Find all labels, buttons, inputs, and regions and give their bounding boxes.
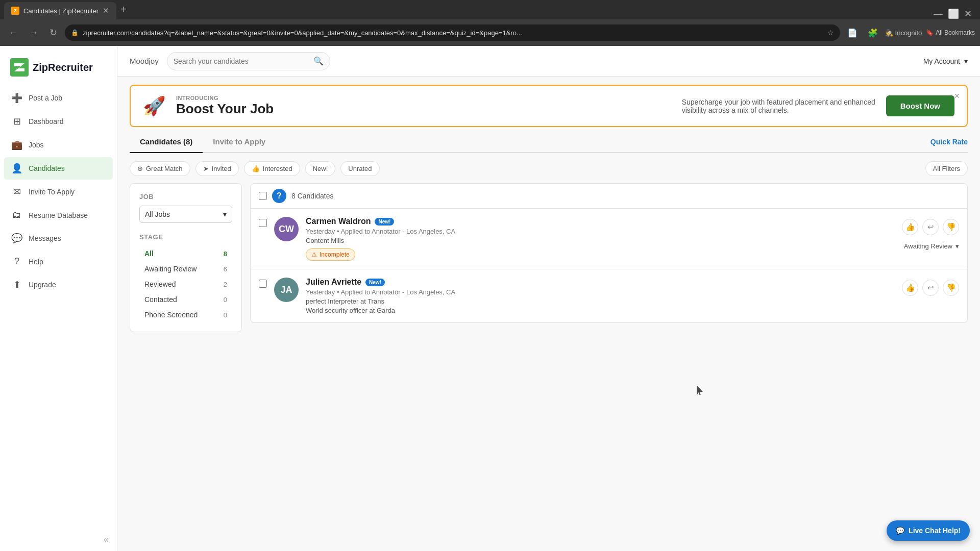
candidate-search-bar[interactable]: 🔍 bbox=[167, 52, 330, 70]
sidebar-item-jobs[interactable]: 💼 Jobs bbox=[4, 134, 113, 156]
boost-now-button[interactable]: Boost Now bbox=[886, 95, 954, 116]
forward-btn[interactable]: → bbox=[26, 25, 42, 41]
filter-unrated[interactable]: Unrated bbox=[340, 161, 379, 176]
candidates-section: Candidates (8) Invite to Apply Quick Rat… bbox=[117, 131, 980, 551]
filters-row: ⊕ Great Match ➤ Invited 👍 Interested New… bbox=[130, 161, 968, 176]
new-badge-carmen: New! bbox=[375, 218, 394, 226]
incomplete-badge-carmen: ⚠ Incomplete bbox=[306, 248, 355, 261]
top-header: Moodjoy 🔍 My Account ▾ bbox=[117, 46, 980, 77]
tab-candidates[interactable]: Candidates (8) bbox=[130, 131, 203, 153]
bookmarks-btn[interactable]: 🔖 All Bookmarks bbox=[926, 29, 975, 36]
sidebar-item-help[interactable]: ? Help bbox=[4, 251, 113, 272]
help-badge-btn[interactable]: ? bbox=[272, 189, 286, 203]
sidebar-item-post-job[interactable]: ➕ Post a Job bbox=[4, 87, 113, 109]
sidebar-item-resume-database[interactable]: 🗂 Resume Database bbox=[4, 204, 113, 226]
chat-icon: 💬 bbox=[896, 527, 904, 535]
filter-invited[interactable]: ➤ Invited bbox=[195, 161, 239, 176]
avatar-carmen[interactable]: CW bbox=[274, 217, 299, 241]
sidebar-label-messages: Messages bbox=[29, 234, 61, 242]
reading-mode-btn[interactable]: 📄 bbox=[844, 26, 861, 40]
main-content: Moodjoy 🔍 My Account ▾ × 🚀 INTRODUCING B… bbox=[117, 46, 980, 551]
candidate-name-carmen[interactable]: Carmen Waldron New! bbox=[306, 217, 895, 226]
search-icon: 🔍 bbox=[313, 56, 324, 66]
warning-icon: ⚠ bbox=[311, 251, 317, 258]
bookmark-star-icon[interactable]: ☆ bbox=[827, 29, 834, 37]
stage-item-all[interactable]: All 8 bbox=[139, 246, 232, 261]
new-badge-julien: New! bbox=[365, 279, 385, 286]
candidate-status-carmen[interactable]: Awaiting Review ▾ bbox=[904, 242, 959, 250]
incognito-icon: 🕵 bbox=[885, 29, 893, 37]
stage-item-contacted[interactable]: Contacted 0 bbox=[139, 292, 232, 307]
stage-item-awaiting-review[interactable]: Awaiting Review 6 bbox=[139, 261, 232, 277]
address-bar[interactable]: 🔒 ziprecruiter.com/candidates?q=&label_n… bbox=[65, 24, 840, 41]
stage-item-reviewed[interactable]: Reviewed 2 bbox=[139, 277, 232, 292]
sidebar-item-messages[interactable]: 💬 Messages bbox=[4, 227, 113, 249]
candidate-card-carmen-waldron: CW Carmen Waldron New! Yesterday • Appli… bbox=[250, 209, 968, 269]
sidebar-item-dashboard[interactable]: ⊞ Dashboard bbox=[4, 110, 113, 133]
lock-icon: 🔒 bbox=[71, 29, 79, 36]
great-match-icon: ⊕ bbox=[137, 165, 143, 172]
candidate-company-line2-julien: World security officer at Garda bbox=[306, 307, 895, 314]
banner-rocket-icon: 🚀 bbox=[143, 95, 166, 117]
back-btn[interactable]: ← bbox=[5, 25, 21, 41]
candidate-checkbox-julien[interactable] bbox=[259, 280, 267, 288]
my-account-menu[interactable]: My Account ▾ bbox=[923, 57, 968, 65]
dashboard-icon: ⊞ bbox=[11, 116, 22, 127]
stage-item-phone-screened[interactable]: Phone Screened 0 bbox=[139, 307, 232, 322]
candidates-icon: 👤 bbox=[11, 163, 22, 174]
candidate-name-julien[interactable]: Julien Avriette New! bbox=[306, 278, 895, 287]
company-name: Moodjoy bbox=[130, 57, 159, 65]
browser-tab-active[interactable]: Z Candidates | ZipRecruiter ✕ bbox=[4, 2, 116, 19]
banner-close-btn[interactable]: × bbox=[954, 91, 960, 102]
filter-new[interactable]: New! bbox=[305, 161, 336, 176]
reply-btn-julien[interactable]: ↩ bbox=[922, 280, 939, 296]
refresh-btn[interactable]: ↻ bbox=[46, 24, 61, 41]
extensions-btn[interactable]: 🧩 bbox=[865, 26, 881, 40]
resume-database-icon: 🗂 bbox=[11, 210, 22, 220]
interested-icon: 👍 bbox=[252, 165, 260, 172]
promo-banner: × 🚀 INTRODUCING Boost Your Job Superchar… bbox=[130, 85, 968, 127]
content-area: Job All Jobs ▾ Stage All 8 Awaiting Revi… bbox=[130, 183, 968, 543]
sidebar-collapse-btn[interactable]: « bbox=[0, 528, 117, 551]
minimize-btn[interactable]: — bbox=[934, 9, 943, 19]
thumbs-up-btn-carmen[interactable]: 👍 bbox=[902, 219, 918, 235]
candidate-card-julien-avriette: JA Julien Avriette New! Yesterday • Appl… bbox=[250, 269, 968, 323]
maximize-btn[interactable]: ⬜ bbox=[948, 8, 959, 19]
sidebar-item-upgrade[interactable]: ⬆ Upgrade bbox=[4, 273, 113, 296]
quick-rate-btn[interactable]: Quick Rate bbox=[930, 138, 968, 146]
candidates-tabs: Candidates (8) Invite to Apply Quick Rat… bbox=[130, 131, 968, 153]
tab-title: Candidates | ZipRecruiter bbox=[23, 7, 99, 15]
job-filter-label: Job bbox=[139, 193, 232, 201]
candidate-company-line1-julien: perfect Interpreter at Trans bbox=[306, 297, 895, 305]
candidate-checkbox-carmen[interactable] bbox=[259, 219, 267, 227]
tab-close-btn[interactable]: ✕ bbox=[103, 6, 109, 15]
search-input[interactable] bbox=[174, 57, 309, 65]
job-select[interactable]: All Jobs ▾ bbox=[139, 206, 232, 223]
browser-chrome: Z Candidates | ZipRecruiter ✕ + — ⬜ ✕ ← … bbox=[0, 0, 980, 46]
all-filters-button[interactable]: All Filters bbox=[925, 161, 968, 176]
thumbs-down-btn-carmen[interactable]: 👎 bbox=[943, 219, 959, 235]
sidebar-label-invite: Invite To Apply bbox=[29, 188, 75, 196]
incognito-badge: 🕵 Incognito bbox=[885, 29, 922, 37]
nav-right-controls: 📄 🧩 🕵 Incognito 🔖 All Bookmarks bbox=[844, 26, 975, 40]
sidebar-label-candidates: Candidates bbox=[29, 164, 65, 172]
sidebar-item-candidates[interactable]: 👤 Candidates bbox=[4, 157, 113, 180]
thumbs-up-btn-julien[interactable]: 👍 bbox=[902, 280, 918, 296]
account-chevron-icon: ▾ bbox=[964, 57, 968, 65]
candidate-meta-julien: Yesterday • Applied to Annotator - Los A… bbox=[306, 288, 895, 296]
new-tab-button[interactable]: + bbox=[116, 4, 131, 15]
filter-interested[interactable]: 👍 Interested bbox=[244, 161, 300, 176]
filter-great-match[interactable]: ⊕ Great Match bbox=[130, 161, 190, 176]
tab-invite-to-apply[interactable]: Invite to Apply bbox=[203, 131, 276, 153]
account-label: My Account bbox=[923, 57, 960, 65]
avatar-julien[interactable]: JA bbox=[274, 278, 299, 302]
jobs-icon: 💼 bbox=[11, 139, 22, 151]
select-all-checkbox[interactable] bbox=[259, 192, 267, 200]
live-chat-btn[interactable]: 💬 Live Chat Help! bbox=[887, 520, 970, 541]
reply-btn-carmen[interactable]: ↩ bbox=[922, 219, 939, 235]
ziprecruiter-logo-icon bbox=[10, 58, 29, 77]
sidebar-item-invite-to-apply[interactable]: ✉ Invite To Apply bbox=[4, 181, 113, 203]
banner-text: INTRODUCING Boost Your Job bbox=[176, 95, 672, 117]
thumbs-down-btn-julien[interactable]: 👎 bbox=[943, 280, 959, 296]
close-window-btn[interactable]: ✕ bbox=[964, 8, 972, 19]
